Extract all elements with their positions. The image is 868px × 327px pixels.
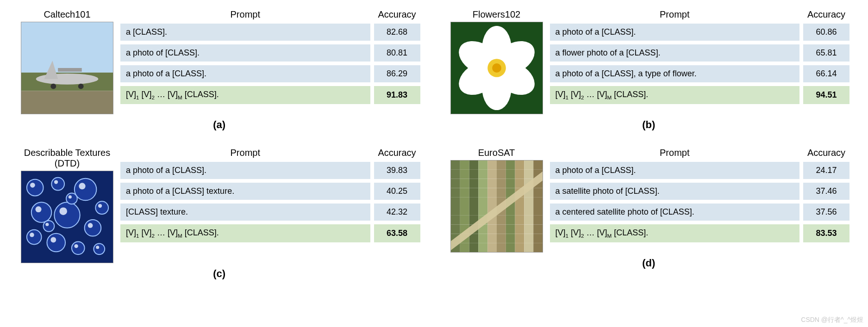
svg-point-25 (98, 204, 102, 208)
table-row: [V]1 [V]2 … [V]M [CLASS].94.51 (550, 86, 850, 104)
svg-point-37 (74, 244, 78, 248)
svg-rect-76 (469, 188, 478, 197)
svg-rect-128 (487, 234, 497, 243)
prompt-cell: a satellite photo of [CLASS]. (550, 183, 800, 200)
column-header-accuracy: Accuracy (374, 148, 420, 158)
prompt-cell: a photo of [CLASS]. (120, 44, 370, 62)
panel-b: Flowers102 PromptAccuracya photo of a [C… (448, 9, 850, 131)
accuracy-cell: 86.29 (374, 65, 420, 82)
svg-rect-45 (460, 160, 469, 170)
accuracy-cell: 65.81 (803, 44, 849, 62)
prompt-cell: a flower photo of a [CLASS]. (550, 44, 800, 62)
svg-rect-100 (506, 206, 515, 216)
svg-rect-94 (451, 206, 460, 216)
accuracy-cell: 66.14 (803, 65, 849, 82)
svg-rect-138 (487, 243, 497, 252)
svg-rect-78 (487, 188, 497, 197)
svg-point-35 (50, 237, 56, 243)
svg-point-31 (88, 223, 93, 228)
svg-rect-84 (451, 197, 460, 206)
svg-point-39 (96, 246, 99, 249)
svg-rect-137 (478, 243, 487, 252)
svg-rect-111 (515, 216, 524, 225)
column-header-prompt: Prompt (550, 9, 800, 20)
svg-rect-88 (487, 197, 497, 206)
dataset-title: EuroSAT (478, 148, 515, 158)
svg-point-22 (75, 179, 97, 201)
svg-rect-127 (478, 234, 487, 243)
svg-rect-86 (469, 197, 478, 206)
svg-rect-103 (533, 206, 543, 216)
accuracy-cell: 83.53 (803, 224, 849, 242)
svg-rect-101 (515, 206, 524, 216)
svg-rect-55 (460, 170, 469, 179)
dataset-title: Caltech101 (44, 9, 90, 20)
column-header-accuracy: Accuracy (374, 9, 420, 20)
prompt-cell: [V]1 [V]2 … [V]M [CLASS]. (120, 86, 370, 104)
svg-point-6 (50, 84, 56, 89)
svg-rect-102 (524, 206, 533, 216)
svg-rect-67 (478, 179, 487, 188)
prompt-cell: a photo of a [CLASS]. (120, 65, 370, 82)
table-row: a flower photo of a [CLASS].65.81 (550, 44, 850, 62)
svg-rect-0 (21, 22, 113, 73)
table-row: a satellite photo of [CLASS].37.46 (550, 183, 850, 200)
svg-rect-64 (451, 179, 460, 188)
svg-rect-50 (506, 160, 515, 170)
accuracy-cell: 40.25 (374, 183, 420, 200)
svg-rect-143 (533, 243, 543, 252)
svg-point-19 (30, 183, 35, 188)
svg-rect-105 (460, 216, 469, 225)
svg-rect-85 (460, 197, 469, 206)
table-row: a photo of a [CLASS].60.86 (550, 24, 850, 41)
prompt-cell: [V]1 [V]2 … [V]M [CLASS]. (550, 86, 800, 104)
svg-rect-61 (515, 170, 524, 179)
svg-rect-51 (515, 160, 524, 170)
svg-point-23 (79, 183, 85, 189)
table-row: a centered satellite photo of [CLASS].37… (550, 204, 850, 221)
column-header-prompt: Prompt (550, 148, 800, 158)
table-row: a photo of a [CLASS].39.83 (120, 162, 420, 179)
svg-point-34 (47, 234, 65, 252)
accuracy-cell: 91.83 (374, 86, 420, 104)
svg-rect-46 (469, 160, 478, 170)
svg-rect-141 (515, 243, 524, 252)
prompt-cell: [CLASS] texture. (120, 204, 370, 221)
svg-rect-53 (533, 160, 543, 170)
svg-point-36 (72, 241, 85, 254)
prompt-cell: a photo of a [CLASS]. (550, 24, 800, 41)
table-row: a photo of a [CLASS] texture.40.25 (120, 183, 420, 200)
svg-point-29 (59, 207, 67, 215)
svg-point-27 (35, 206, 41, 212)
svg-point-28 (54, 202, 80, 228)
svg-point-41 (69, 195, 72, 198)
svg-rect-132 (524, 234, 533, 243)
svg-rect-140 (506, 243, 515, 252)
table-row: a photo of a [CLASS], a type of flower.6… (550, 65, 850, 82)
svg-rect-121 (515, 225, 524, 234)
airplane-image (21, 22, 113, 114)
accuracy-cell: 60.86 (803, 24, 849, 41)
bubbles-image (21, 171, 113, 263)
svg-point-7 (78, 84, 84, 89)
flower-image (450, 22, 543, 114)
svg-rect-65 (460, 179, 469, 188)
svg-rect-79 (497, 188, 506, 197)
column-header-accuracy: Accuracy (803, 9, 849, 20)
accuracy-cell: 63.58 (374, 224, 420, 242)
svg-rect-52 (524, 160, 533, 170)
panel-label: (c) (19, 268, 420, 280)
table-row: [CLASS] texture.42.32 (120, 204, 420, 221)
svg-rect-56 (469, 170, 478, 179)
figure-grid: Caltech101 PromptAccuracya [CLASS].82.68… (19, 9, 849, 280)
svg-rect-112 (524, 216, 533, 225)
accuracy-cell: 94.51 (803, 86, 849, 104)
svg-rect-113 (533, 216, 543, 225)
panel-a: Caltech101 PromptAccuracya [CLASS].82.68… (19, 9, 420, 131)
prompt-cell: a photo of a [CLASS], a type of flower. (550, 65, 800, 82)
dataset-title: Describable Textures (DTD) (19, 148, 116, 169)
svg-point-18 (27, 179, 44, 196)
svg-rect-92 (524, 197, 533, 206)
accuracy-cell: 39.83 (374, 162, 420, 179)
panel-label: (b) (448, 119, 850, 131)
